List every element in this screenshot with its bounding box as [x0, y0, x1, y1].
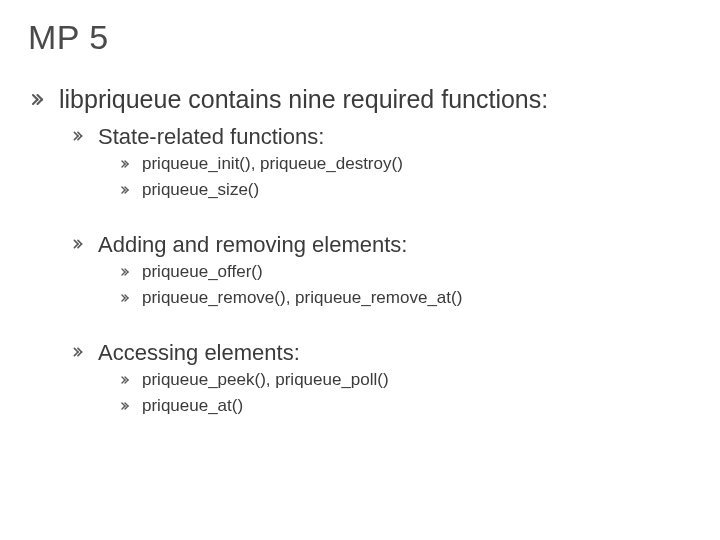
function-item: priqueue_remove(), priqueue_remove_at() [142, 288, 462, 308]
spacer [28, 174, 692, 176]
section-label: Accessing elements: [98, 340, 300, 366]
list-item: State-related functions: [72, 124, 692, 150]
list-item: priqueue_offer() [120, 262, 692, 282]
bullet-icon [120, 293, 130, 305]
main-heading: libpriqueue contains nine required funct… [59, 85, 548, 114]
page-title: MP 5 [28, 18, 692, 57]
bullet-icon [120, 401, 130, 413]
spacer [28, 390, 692, 392]
function-item: priqueue_offer() [142, 262, 263, 282]
function-item: priqueue_at() [142, 396, 243, 416]
list-item: Adding and removing elements: [72, 232, 692, 258]
bullet-icon [120, 159, 130, 171]
spacer [28, 308, 692, 330]
list-item: priqueue_init(), priqueue_destroy() [120, 154, 692, 174]
bullet-icon [72, 238, 84, 252]
list-item: priqueue_remove(), priqueue_remove_at() [120, 288, 692, 308]
bullet-icon [120, 267, 130, 279]
list-item: priqueue_at() [120, 396, 692, 416]
function-item: priqueue_peek(), priqueue_poll() [142, 370, 389, 390]
bullet-icon [30, 92, 45, 109]
slide: MP 5 libpriqueue contains nine required … [0, 0, 720, 540]
function-item: priqueue_size() [142, 180, 259, 200]
list-item: priqueue_size() [120, 180, 692, 200]
bullet-icon [120, 375, 130, 387]
list-item: priqueue_peek(), priqueue_poll() [120, 370, 692, 390]
list-item: libpriqueue contains nine required funct… [30, 85, 692, 114]
function-item: priqueue_init(), priqueue_destroy() [142, 154, 403, 174]
list-item: Accessing elements: [72, 340, 692, 366]
bullet-icon [72, 130, 84, 144]
bullet-icon [120, 185, 130, 197]
bullet-icon [72, 346, 84, 360]
spacer [28, 282, 692, 284]
section-label: Adding and removing elements: [98, 232, 407, 258]
spacer [28, 200, 692, 222]
section-label: State-related functions: [98, 124, 324, 150]
